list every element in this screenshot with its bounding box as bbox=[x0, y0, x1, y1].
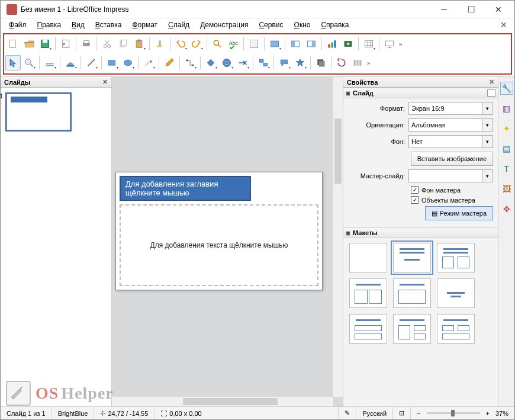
slide-thumbnail-1[interactable] bbox=[7, 94, 70, 130]
layout-two-content[interactable] bbox=[393, 278, 431, 308]
status-theme[interactable]: BrightBlue bbox=[52, 407, 95, 419]
redo-button[interactable]: ▾ bbox=[189, 36, 204, 52]
title-placeholder[interactable]: Для добавления заглавия щёлкните мышью bbox=[120, 176, 251, 201]
sidebar-tab-slide-transition[interactable]: ▥ bbox=[500, 102, 513, 115]
status-signature-icon[interactable]: ✎ bbox=[339, 407, 356, 419]
status-language[interactable]: Русский bbox=[356, 407, 393, 419]
layout-title-only[interactable] bbox=[349, 278, 387, 308]
insert-image-button[interactable]: Вставить изображение bbox=[411, 152, 493, 166]
ellipse-button[interactable]: ▾ bbox=[120, 55, 136, 70]
open-button[interactable] bbox=[21, 36, 37, 52]
layout-v3[interactable] bbox=[437, 314, 475, 344]
chart-button[interactable] bbox=[324, 36, 340, 52]
menu-вид[interactable]: Вид bbox=[67, 20, 89, 30]
zoom-button[interactable]: ▾ bbox=[21, 55, 37, 70]
fill-button[interactable]: ▾ bbox=[63, 55, 78, 70]
status-slide-count[interactable]: Слайд 1 из 1 bbox=[1, 407, 52, 419]
slides-panel-close-icon[interactable]: ✕ bbox=[102, 78, 108, 86]
text-box-button[interactable]: ▾ bbox=[42, 55, 57, 70]
layout-blank[interactable] bbox=[349, 243, 387, 272]
smiley-button[interactable]: ▾ bbox=[219, 55, 234, 70]
slide-section-more-icon[interactable] bbox=[487, 89, 495, 97]
layout-v2[interactable] bbox=[393, 314, 431, 344]
sidebar-tab-gallery[interactable]: 🖼 bbox=[500, 182, 513, 195]
pointer-button[interactable] bbox=[5, 55, 21, 70]
master-bg-checkbox[interactable]: ✓Фон мастера bbox=[411, 186, 493, 194]
zoom-slider[interactable] bbox=[427, 412, 480, 414]
distribute-button[interactable] bbox=[350, 55, 365, 70]
menu-окно[interactable]: Окно bbox=[289, 20, 316, 30]
arrows-button[interactable]: ▾ bbox=[235, 55, 250, 70]
properties-panel-close-icon[interactable]: ✕ bbox=[489, 78, 494, 86]
menu-демонстрация[interactable]: Демонстрация bbox=[195, 20, 253, 30]
copy-button[interactable] bbox=[115, 36, 131, 52]
image-right-button[interactable] bbox=[304, 36, 319, 52]
menu-файл[interactable]: Файл bbox=[4, 20, 31, 30]
start-show-button[interactable] bbox=[382, 36, 397, 52]
maximize-button[interactable]: ☐ bbox=[458, 1, 485, 18]
slides-list[interactable]: 1 bbox=[1, 88, 111, 406]
master-combo[interactable]: ▾ bbox=[408, 169, 493, 182]
align-obj-button[interactable]: ▾ bbox=[256, 55, 271, 70]
paste-button[interactable]: ▾ bbox=[131, 36, 147, 52]
new-button[interactable] bbox=[5, 36, 21, 52]
shadow3d-button[interactable] bbox=[313, 55, 329, 70]
menu-вставка[interactable]: Вставка bbox=[91, 20, 127, 30]
sidebar-tab-animation[interactable]: ✦ bbox=[500, 122, 513, 135]
toolbar-expand-icon[interactable]: » bbox=[398, 41, 404, 47]
line-arrow-button[interactable]: ▾ bbox=[141, 55, 156, 70]
layouts-section-header[interactable]: ▣ Макеты bbox=[343, 227, 498, 238]
orientation-combo[interactable]: Альбомная▾ bbox=[408, 118, 493, 132]
menu-сервис[interactable]: Сервис bbox=[254, 20, 288, 30]
connector-button[interactable]: ▾ bbox=[182, 55, 198, 70]
basic-shapes-button[interactable]: ▾ bbox=[203, 55, 218, 70]
vertical-scrollbar[interactable] bbox=[333, 77, 343, 397]
sidebar-tab-styles[interactable]: T bbox=[500, 162, 513, 175]
grid-button[interactable] bbox=[246, 36, 262, 52]
rectangle-button[interactable]: ▾ bbox=[104, 55, 120, 70]
layout-title-content[interactable] bbox=[393, 243, 431, 272]
menu-правка[interactable]: Правка bbox=[33, 20, 66, 30]
slide-section-header[interactable]: ▣ Слайд bbox=[343, 88, 498, 98]
image-left-button[interactable] bbox=[288, 36, 303, 52]
find-replace-button[interactable] bbox=[210, 36, 225, 52]
print-button[interactable] bbox=[79, 36, 94, 52]
rotate-button[interactable] bbox=[334, 55, 349, 70]
media-button[interactable] bbox=[340, 36, 356, 52]
content-placeholder[interactable]: Для добавления текста щёлкните мышью bbox=[120, 204, 318, 286]
zoom-in-icon[interactable]: + bbox=[486, 410, 490, 417]
undo-button[interactable]: ▾ bbox=[173, 36, 188, 52]
export-pdf-button[interactable]: P bbox=[58, 36, 73, 52]
current-slide[interactable]: Для добавления заглавия щёлкните мышью Д… bbox=[115, 172, 323, 290]
toolbar-expand-icon[interactable]: » bbox=[366, 60, 372, 66]
format-combo[interactable]: Экран 16:9▾ bbox=[408, 102, 493, 115]
line-button[interactable]: ▾ bbox=[83, 55, 99, 70]
layout-centered[interactable] bbox=[437, 278, 475, 308]
cut-button[interactable] bbox=[99, 36, 115, 52]
menu-формат[interactable]: Формат bbox=[127, 20, 162, 30]
table-button[interactable]: ▾ bbox=[361, 36, 376, 52]
layout-v1[interactable] bbox=[349, 314, 387, 344]
star-button[interactable]: ▾ bbox=[292, 55, 308, 70]
menu-справка[interactable]: Справка bbox=[316, 20, 353, 30]
close-button[interactable]: ✕ bbox=[485, 1, 512, 18]
master-objects-checkbox[interactable]: ✓Объекты мастера bbox=[411, 196, 493, 204]
minimize-button[interactable]: ─ bbox=[430, 1, 458, 18]
close-document-button[interactable]: ✕ bbox=[497, 20, 511, 30]
callout-button[interactable]: ▾ bbox=[276, 55, 292, 70]
sidebar-tab-master[interactable]: ▤ bbox=[500, 142, 513, 155]
menu-слайд[interactable]: Слайд bbox=[163, 20, 194, 30]
status-fit-icon[interactable]: ⊡ bbox=[393, 407, 411, 419]
canvas-viewport[interactable]: Для добавления заглавия щёлкните мышью Д… bbox=[112, 77, 343, 406]
zoom-out-icon[interactable]: − bbox=[417, 410, 420, 417]
table-toolbar-button[interactable]: ▾ bbox=[267, 36, 282, 52]
spellcheck-button[interactable]: Abc bbox=[226, 36, 241, 52]
background-combo[interactable]: Нет▾ bbox=[408, 135, 493, 148]
horizontal-scrollbar[interactable] bbox=[112, 397, 333, 406]
sidebar-tab-properties[interactable]: 🔧 bbox=[500, 82, 513, 95]
layout-title-two-content[interactable] bbox=[437, 243, 475, 272]
status-zoom[interactable]: − + 37% bbox=[411, 407, 514, 419]
clone-format-button[interactable] bbox=[152, 36, 168, 52]
save-button[interactable]: ▾ bbox=[37, 36, 53, 52]
master-mode-button[interactable]: ▤ Режим мастера bbox=[425, 206, 493, 220]
